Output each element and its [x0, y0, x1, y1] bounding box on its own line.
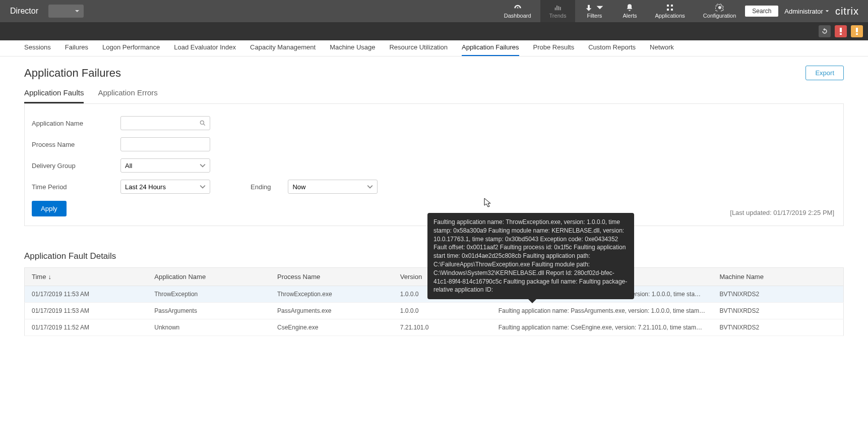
tab-logon-performance[interactable]: Logon Performance [102, 43, 160, 56]
nav-applications[interactable]: Applications [646, 0, 694, 22]
svg-rect-2 [840, 33, 842, 35]
warning-alert-badge[interactable] [851, 25, 863, 37]
bell-icon [625, 4, 634, 12]
refresh-button[interactable] [819, 25, 831, 37]
cell-app: Unknown [147, 319, 270, 336]
svg-line-6 [204, 124, 205, 126]
tab-capacity[interactable]: Capacity Management [250, 43, 316, 56]
nav-alerts[interactable]: Alerts [613, 0, 646, 22]
table-row[interactable]: 01/17/2019 11:53 AM PassArguments PassAr… [25, 303, 844, 319]
cell-time: 01/17/2019 11:52 AM [25, 319, 148, 336]
top-header: Director Dashboard Trends Filters Alerts… [0, 0, 868, 22]
last-updated-text: [Last updated: 01/17/2019 2:25 PM] [730, 209, 834, 216]
svg-rect-4 [856, 33, 858, 35]
tabs-bar: Sessions Failures Logon Performance Load… [0, 40, 868, 57]
col-machine-name[interactable]: Machine Name [713, 268, 844, 286]
admin-menu[interactable]: Administrator [784, 8, 829, 15]
cell-desc: Faulting application name: CseEngine.exe… [491, 319, 713, 336]
cell-app: PassArguments [147, 303, 270, 319]
tab-machine-usage[interactable]: Machine Usage [330, 43, 375, 56]
description-tooltip: Faulting application name: ThrowExceptio… [427, 213, 634, 299]
cell-ver: 7.21.101.0 [393, 319, 491, 336]
cell-app: ThrowException [147, 286, 270, 303]
brand-logo: citrix [835, 6, 863, 17]
tab-load-evaluator[interactable]: Load Evaluator Index [174, 43, 236, 56]
cell-mach: BVT\NIXRDS2 [713, 319, 844, 336]
label-process-name: Process Name [32, 141, 120, 148]
apps-icon [665, 4, 674, 12]
table-row[interactable]: 01/17/2019 11:52 AM Unknown CseEngine.ex… [25, 319, 844, 336]
tab-app-failures[interactable]: Application Failures [462, 43, 519, 56]
tab-probe-results[interactable]: Probe Results [533, 43, 575, 56]
chart-icon [553, 4, 562, 12]
tab-failures[interactable]: Failures [65, 43, 88, 56]
search-button[interactable]: Search [745, 6, 778, 17]
input-app-name[interactable] [120, 116, 210, 130]
chevron-down-icon [75, 9, 80, 14]
sort-down-icon: ↓ [48, 273, 51, 281]
cell-mach: BVT\NIXRDS2 [713, 286, 844, 303]
select-ending[interactable]: Now [288, 180, 378, 194]
col-time[interactable]: Time↓ [25, 268, 148, 286]
page-content: Application Failures Export Application … [0, 57, 868, 345]
label-time-period: Time Period [32, 183, 120, 191]
cell-time: 01/17/2019 11:53 AM [25, 303, 148, 319]
cell-proc: PassArguments.exe [270, 303, 393, 319]
label-app-name: Application Name [32, 120, 120, 127]
nav-filters[interactable]: Filters [575, 0, 613, 22]
search-icon [199, 120, 206, 127]
select-time-period[interactable]: Last 24 Hours [120, 180, 210, 194]
chevron-down-icon [825, 9, 829, 13]
export-button[interactable]: Export [805, 66, 844, 80]
filter-panel: Application Name Process Name Delivery G… [24, 104, 844, 226]
input-process-name[interactable] [120, 137, 210, 151]
nav-trends[interactable]: Trends [540, 0, 576, 22]
cell-ver: 1.0.0.0 [393, 303, 491, 319]
cell-proc: ThrowException.exe [270, 286, 393, 303]
tab-sessions[interactable]: Sessions [24, 43, 51, 56]
subtab-errors[interactable]: Application Errors [98, 88, 157, 103]
top-right: Search Administrator citrix [745, 6, 868, 17]
page-title: Application Failures [24, 67, 121, 80]
chevron-down-icon [367, 184, 373, 190]
gauge-icon [513, 4, 522, 12]
cell-time: 01/17/2019 11:53 AM [25, 286, 148, 303]
tab-resource-util[interactable]: Resource Utilization [389, 43, 448, 56]
tab-custom-reports[interactable]: Custom Reports [588, 43, 636, 56]
chevron-down-icon [200, 184, 206, 190]
top-nav: Dashboard Trends Filters Alerts Applicat… [495, 0, 868, 22]
nav-configuration[interactable]: Configuration [694, 0, 745, 22]
exclaim-icon [840, 28, 842, 35]
gear-icon [715, 4, 724, 12]
col-process-name[interactable]: Process Name [270, 268, 393, 286]
apply-button[interactable]: Apply [32, 201, 67, 216]
cell-mach: BVT\NIXRDS2 [713, 303, 844, 319]
exclaim-icon [856, 28, 858, 35]
nav-dashboard[interactable]: Dashboard [495, 0, 540, 22]
svg-rect-3 [856, 28, 858, 32]
chevron-down-icon [200, 162, 206, 169]
label-ending: Ending [251, 183, 271, 191]
subtab-faults[interactable]: Application Faults [24, 88, 84, 103]
label-delivery-group: Delivery Group [32, 162, 120, 170]
svg-point-0 [719, 7, 721, 9]
sub-tabs: Application Faults Application Errors [24, 88, 844, 104]
sub-header [0, 22, 868, 40]
filter-icon [584, 4, 593, 12]
col-app-name[interactable]: Application Name [147, 268, 270, 286]
cell-desc: Faulting application name: PassArguments… [491, 303, 713, 319]
cell-proc: CseEngine.exe [270, 319, 393, 336]
critical-alert-badge[interactable] [835, 25, 847, 37]
app-name: Director [0, 7, 48, 16]
svg-point-5 [200, 121, 204, 124]
svg-rect-1 [840, 28, 842, 32]
tab-network[interactable]: Network [650, 43, 674, 56]
select-delivery-group[interactable]: All [120, 158, 210, 173]
refresh-icon [821, 28, 828, 35]
chevron-down-icon [595, 4, 604, 12]
page-header: Application Failures Export [24, 66, 844, 80]
context-dropdown[interactable] [48, 5, 84, 18]
